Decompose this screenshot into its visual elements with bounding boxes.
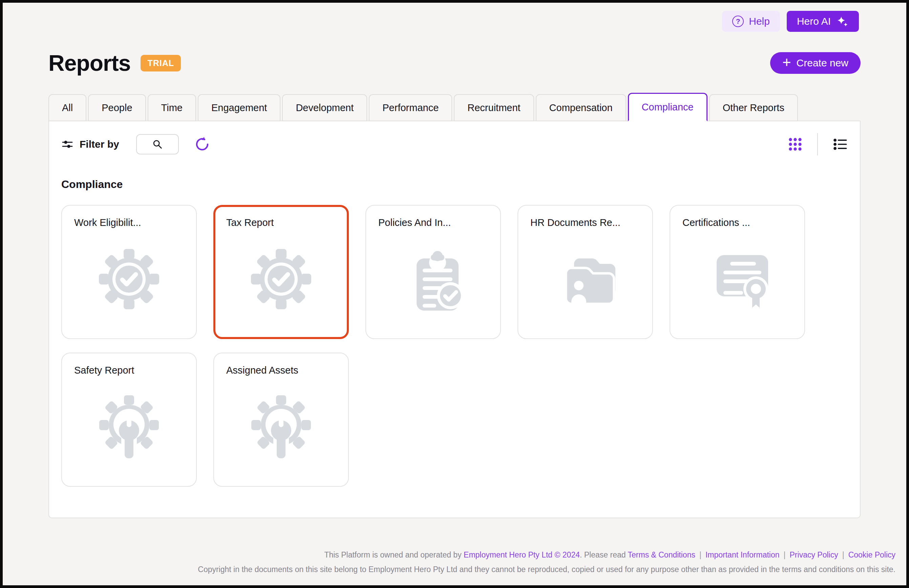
refresh-icon: [194, 137, 210, 152]
view-toggles: [788, 133, 848, 155]
page-header: Reports TRIAL + Create new: [48, 50, 861, 76]
report-card-title: Safety Report: [74, 365, 184, 376]
toolbar-divider: [817, 133, 818, 155]
tab-compliance[interactable]: Compliance: [628, 93, 707, 121]
gear-check-icon: [74, 228, 184, 327]
report-card-title: Work Eligibilit...: [74, 217, 184, 228]
gear-wrench-icon: [226, 376, 336, 475]
page-title: Reports: [48, 50, 131, 76]
tab-people[interactable]: People: [88, 94, 145, 121]
grid-view-button[interactable]: [788, 137, 802, 152]
section-title: Compliance: [61, 178, 848, 191]
main-content: Reports TRIAL + Create new AllPeopleTime…: [3, 50, 906, 518]
grid-view-icon: [788, 137, 802, 152]
filter-by[interactable]: Filter by: [61, 138, 119, 150]
report-card-grid: Work Eligibilit... Tax Report: [61, 205, 848, 487]
certificate-icon: [683, 228, 792, 327]
tabs-row: AllPeopleTimeEngagementDevelopmentPerfor…: [48, 93, 861, 121]
report-card-policies-and-in[interactable]: Policies And In...: [365, 205, 501, 339]
footer-link-important-information[interactable]: Important Information: [706, 551, 780, 559]
filter-toolbar: Filter by: [61, 131, 848, 157]
help-label: Help: [749, 16, 770, 27]
trial-badge: TRIAL: [140, 55, 181, 71]
footer-link-separator: |: [784, 551, 786, 559]
tab-compensation[interactable]: Compensation: [536, 94, 626, 121]
hero-ai-label: Hero AI: [797, 16, 831, 27]
report-card-title: HR Documents Re...: [530, 217, 640, 228]
footer-text: . Please read: [580, 551, 626, 559]
create-new-button[interactable]: + Create new: [770, 52, 861, 74]
tab-performance[interactable]: Performance: [369, 94, 452, 121]
report-card-certifications[interactable]: Certifications ...: [670, 205, 805, 339]
tab-engagement[interactable]: Engagement: [198, 94, 281, 121]
footer-link-terms-conditions[interactable]: Terms & Conditions: [628, 551, 695, 559]
tab-other-reports[interactable]: Other Reports: [709, 94, 798, 121]
footer-line1: This Platform is owned and operated by E…: [3, 549, 896, 561]
sparkle-icon: [836, 15, 849, 27]
reports-panel: Filter by: [48, 121, 861, 518]
tab-recruitment[interactable]: Recruitment: [454, 94, 534, 121]
footer: This Platform is owned and operated by E…: [3, 549, 906, 575]
tab-time[interactable]: Time: [148, 94, 196, 121]
report-card-safety-report[interactable]: Safety Report: [61, 352, 197, 487]
help-icon: ?: [732, 16, 744, 27]
help-button[interactable]: ? Help: [722, 11, 780, 32]
search-input[interactable]: [136, 134, 179, 155]
search-icon: [152, 139, 163, 150]
report-card-tax-report[interactable]: Tax Report: [213, 205, 349, 339]
tab-development[interactable]: Development: [282, 94, 367, 121]
gear-check-icon: [226, 228, 336, 327]
footer-legal-links: Terms & Conditions|Important Information…: [628, 551, 896, 559]
report-card-hr-documents-re[interactable]: HR Documents Re...: [518, 205, 653, 339]
create-new-label: Create new: [796, 57, 848, 69]
report-card-title: Policies And In...: [378, 217, 488, 228]
reports-page: { "topbar": { "help_label": "Help", "her…: [0, 0, 909, 588]
footer-link-privacy-policy[interactable]: Privacy Policy: [790, 551, 838, 559]
list-view-button[interactable]: [833, 137, 848, 152]
footer-line2: Copyright in the documents on this site …: [3, 564, 896, 575]
footer-link-separator: |: [699, 551, 701, 559]
footer-text: This Platform is owned and operated by: [324, 551, 461, 559]
list-view-icon: [833, 137, 848, 152]
footer-link-employment-hero[interactable]: Employment Hero Pty Ltd © 2024: [463, 551, 580, 559]
report-card-assigned-assets[interactable]: Assigned Assets: [213, 352, 349, 487]
folder-user-icon: [530, 228, 640, 327]
report-card-title: Assigned Assets: [226, 365, 336, 376]
filter-by-label: Filter by: [79, 139, 119, 150]
clipboard-check-icon: [378, 228, 488, 327]
tab-all[interactable]: All: [48, 94, 86, 121]
gear-wrench-icon: [74, 376, 184, 475]
report-card-title: Tax Report: [226, 217, 336, 228]
hero-ai-button[interactable]: Hero AI: [787, 11, 859, 32]
plus-icon: +: [782, 55, 791, 70]
sliders-icon: [61, 138, 74, 150]
footer-link-cookie-policy[interactable]: Cookie Policy: [848, 551, 896, 559]
report-card-work-eligibilit[interactable]: Work Eligibilit...: [61, 205, 197, 339]
footer-link-separator: |: [842, 551, 844, 559]
refresh-button[interactable]: [194, 137, 210, 152]
report-card-title: Certifications ...: [683, 217, 792, 228]
top-actions: ? Help Hero AI: [722, 11, 859, 32]
